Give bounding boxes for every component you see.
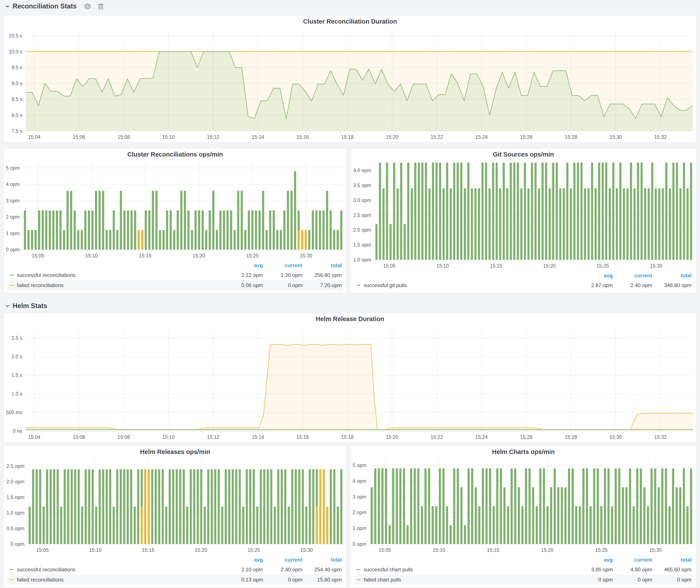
svg-text:15:24: 15:24	[475, 434, 488, 440]
svg-text:15:20: 15:20	[543, 263, 556, 269]
series-toggle[interactable]: failed reconciliations	[8, 282, 224, 288]
svg-text:15:05: 15:05	[383, 263, 396, 269]
series-color-dash	[356, 285, 360, 286]
legend-header-total[interactable]: total	[653, 557, 692, 563]
series-current: 2.40 opm	[614, 282, 653, 288]
series-name: successful git pulls	[364, 282, 407, 288]
series-avg: 0 opm	[574, 577, 614, 583]
series-color-dash	[10, 285, 14, 286]
chevron-down-icon[interactable]	[4, 303, 10, 309]
svg-text:15:20: 15:20	[386, 134, 398, 140]
legend-header-avg[interactable]: avg	[574, 273, 614, 279]
series-color-dash	[10, 275, 14, 276]
panel-helm-charts-opm: Helm Charts ops/min 0 opm1 opm2 opm3 opm…	[350, 446, 697, 588]
chevron-down-icon[interactable]	[4, 3, 10, 9]
svg-text:1.0 s: 1.0 s	[11, 391, 22, 397]
series-toggle[interactable]: successful reconciliations	[8, 567, 224, 573]
legend: avg current total successful chart pulls…	[350, 555, 696, 587]
svg-text:8.0 s: 8.0 s	[11, 112, 22, 118]
legend-header-current[interactable]: current	[264, 557, 303, 563]
panel-helm-releases-opm: Helm Releases ops/min 0 opm0.5 opm1.0 op…	[3, 446, 347, 588]
panel-title[interactable]: Cluster Reconciliation Duration	[4, 15, 696, 27]
legend-header: avg current total	[354, 271, 692, 280]
panel-title[interactable]: Cluster Reconciliations ops/min	[4, 148, 347, 160]
panel-title[interactable]: Helm Release Duration	[4, 313, 696, 325]
svg-text:15:26: 15:26	[520, 134, 532, 140]
svg-text:3 opm: 3 opm	[6, 198, 20, 204]
svg-text:15:14: 15:14	[252, 134, 264, 140]
svg-text:15:08: 15:08	[118, 134, 130, 140]
svg-text:15:30: 15:30	[610, 134, 622, 140]
legend-header-avg[interactable]: avg	[224, 557, 264, 563]
legend-header-avg[interactable]: avg	[224, 262, 264, 268]
legend-row: successful reconciliations 2.10 opm 2.40…	[8, 564, 343, 575]
svg-text:2.0 opm: 2.0 opm	[6, 479, 24, 485]
svg-text:15:25: 15:25	[597, 263, 609, 269]
chart-cluster-reconciliation-duration[interactable]: 7.5 s8.0 s8.5 s9.0 s9.5 s10.0 s10.5 s15:…	[4, 27, 696, 142]
series-avg: 2.87 opm	[574, 282, 614, 288]
svg-text:15:25: 15:25	[248, 547, 260, 553]
series-total: 7.20 opm	[303, 282, 343, 288]
svg-text:15:28: 15:28	[565, 134, 577, 140]
series-toggle[interactable]: failed chart pulls	[354, 577, 574, 583]
legend-row: successful chart pulls 3.85 opm 4.80 opm…	[354, 564, 692, 575]
legend-header-total[interactable]: total	[303, 262, 343, 268]
series-avg: 2.10 opm	[224, 567, 264, 573]
trash-icon[interactable]	[97, 3, 104, 10]
svg-text:1.0 opm: 1.0 opm	[353, 257, 371, 263]
series-total: 15.60 opm	[303, 577, 343, 583]
svg-text:8.5 s: 8.5 s	[11, 96, 22, 102]
series-name: failed reconciliations	[17, 577, 64, 583]
series-name: successful reconciliations	[17, 272, 76, 278]
panel-helm-release-duration: Helm Release Duration 0 ns500 ms1.0 s1.5…	[3, 313, 697, 443]
series-current: 4.80 opm	[614, 567, 653, 573]
chart-git-sources-opm[interactable]: 1.0 opm1.5 opm2.0 opm2.5 opm3.0 opm3.5 o…	[350, 160, 696, 271]
series-avg: 0.13 opm	[224, 577, 264, 583]
panel-title[interactable]: Git Sources ops/min	[350, 148, 696, 160]
series-toggle[interactable]: successful git pulls	[354, 282, 574, 288]
series-total: 346.80 opm	[653, 282, 692, 288]
legend-row: failed reconciliations 0.13 opm 0 opm 15…	[8, 575, 343, 585]
svg-text:2.5 s: 2.5 s	[11, 335, 22, 341]
legend-header-current[interactable]: current	[614, 557, 653, 563]
chart-helm-releases-opm[interactable]: 0 opm0.5 opm1.0 opm1.5 opm2.0 opm2.5 opm…	[4, 458, 347, 555]
legend-header-current[interactable]: current	[614, 273, 653, 279]
series-toggle[interactable]: successful reconciliations	[8, 272, 224, 278]
svg-text:2.5 opm: 2.5 opm	[353, 212, 371, 218]
gear-icon[interactable]	[84, 3, 91, 10]
svg-text:15:12: 15:12	[207, 134, 219, 140]
svg-text:5 opm: 5 opm	[6, 165, 20, 171]
chart-cluster-reconciliations-opm[interactable]: 0 opm1 opm2 opm3 opm4 opm5 opm15:0515:10…	[4, 160, 347, 261]
legend-header-current[interactable]: current	[264, 262, 303, 268]
series-avg: 3.85 opm	[574, 567, 614, 573]
svg-text:15:30: 15:30	[300, 547, 313, 553]
svg-text:3.0 opm: 3.0 opm	[353, 197, 371, 203]
svg-text:15:30: 15:30	[300, 253, 312, 258]
series-toggle[interactable]: failed reconciliations	[8, 577, 224, 583]
svg-text:3.5 opm: 3.5 opm	[353, 183, 371, 188]
chart-helm-release-duration[interactable]: 0 ns500 ms1.0 s1.5 s2.0 s2.5 s15:0415:06…	[4, 325, 696, 442]
panel-title[interactable]: Helm Charts ops/min	[350, 446, 696, 458]
series-total: 254.40 opm	[303, 567, 343, 573]
svg-text:15:04: 15:04	[28, 134, 40, 140]
svg-text:15:15: 15:15	[487, 547, 499, 553]
series-color-dash	[356, 579, 360, 580]
legend-header-avg[interactable]: avg	[574, 557, 614, 563]
section-title[interactable]: Reconciliation Stats	[13, 2, 77, 10]
section-reconciliation-stats: Reconciliation Stats	[4, 1, 104, 11]
section-title[interactable]: Helm Stats	[13, 302, 47, 310]
svg-text:15:18: 15:18	[341, 134, 354, 140]
series-current: 1.20 opm	[264, 272, 303, 278]
legend-header-total[interactable]: total	[653, 273, 692, 279]
legend: avg current total successful reconciliat…	[4, 555, 347, 587]
series-toggle[interactable]: successful chart pulls	[354, 567, 574, 573]
series-current: 0 opm	[264, 282, 303, 288]
chart-helm-charts-opm[interactable]: 0 opm1 opm2 opm3 opm4 opm5 opm15:0515:10…	[350, 458, 696, 555]
panel-title[interactable]: Helm Releases ops/min	[4, 446, 347, 458]
svg-text:15:10: 15:10	[437, 263, 449, 269]
svg-text:15:25: 15:25	[595, 547, 608, 553]
svg-text:2.0 s: 2.0 s	[11, 354, 22, 359]
svg-text:1.5 s: 1.5 s	[11, 372, 22, 378]
legend-header-total[interactable]: total	[303, 557, 343, 563]
svg-text:15:22: 15:22	[431, 134, 443, 140]
